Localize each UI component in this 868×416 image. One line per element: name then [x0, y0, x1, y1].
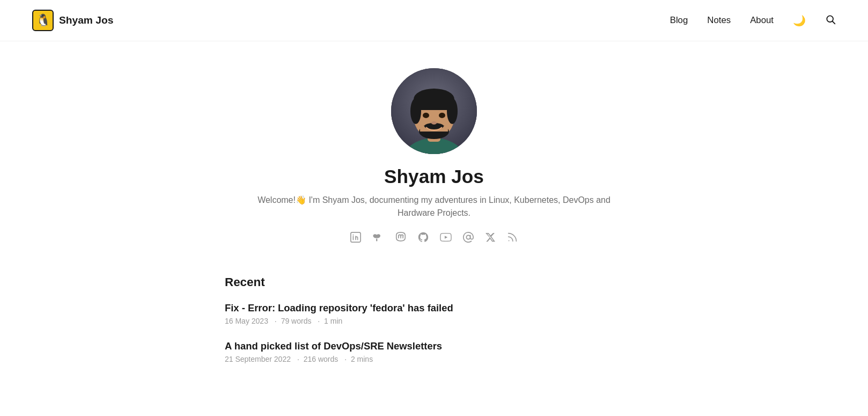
separator: · [318, 317, 322, 325]
rss-icon[interactable] [506, 231, 518, 243]
site-header: 🐧 Shyam Jos Blog Notes About 🌙 [0, 0, 868, 41]
post-read-time: 2 mins [351, 355, 373, 363]
post-list: Fix - Error: Loading repository 'fedora'… [225, 302, 643, 363]
svg-line-1 [833, 21, 835, 24]
email-icon[interactable] [462, 231, 474, 243]
svg-point-11 [423, 113, 429, 118]
post-item: A hand picked list of DevOps/SRE Newslet… [225, 340, 643, 363]
dark-mode-button[interactable]: 🌙 [793, 14, 806, 27]
github-icon[interactable] [417, 231, 429, 243]
post-title-link[interactable]: A hand picked list of DevOps/SRE Newslet… [225, 340, 643, 352]
main-content: Recent Fix - Error: Loading repository '… [203, 265, 665, 400]
nav-blog[interactable]: Blog [670, 15, 688, 26]
main-nav: Blog Notes About 🌙 [670, 14, 836, 27]
social-icons-row [350, 231, 518, 243]
post-title-link[interactable]: Fix - Error: Loading repository 'fedora'… [225, 302, 643, 314]
post-words: 216 words [304, 355, 339, 363]
post-words: 79 words [281, 317, 312, 325]
post-date: 16 May 2023 [225, 317, 268, 325]
svg-marker-18 [445, 236, 447, 239]
profile-bio: Welcome!👋 I'm Shyam Jos, documenting my … [246, 194, 622, 220]
avatar [391, 68, 477, 154]
hero-section: Shyam Jos Welcome!👋 I'm Shyam Jos, docum… [0, 41, 868, 265]
separator: · [275, 317, 279, 325]
logo-icon: 🐧 [32, 10, 54, 31]
svg-point-12 [439, 113, 445, 118]
post-item: Fix - Error: Loading repository 'fedora'… [225, 302, 643, 325]
recent-section-title: Recent [225, 275, 643, 289]
post-meta: 16 May 2023 · 79 words · 1 min [225, 317, 643, 325]
nav-about[interactable]: About [750, 15, 774, 26]
svg-point-16 [431, 121, 437, 125]
separator: · [344, 355, 349, 363]
post-meta: 21 September 2022 · 216 words · 2 mins [225, 355, 643, 363]
site-logo[interactable]: 🐧 Shyam Jos [32, 10, 113, 31]
post-read-time: 1 min [324, 317, 342, 325]
site-title: Shyam Jos [59, 14, 113, 26]
post-date: 21 September 2022 [225, 355, 291, 363]
youtube-icon[interactable] [440, 231, 452, 243]
linkedin-icon[interactable] [350, 231, 362, 243]
dark-mode-icon: 🌙 [793, 14, 806, 27]
bluesky-icon[interactable] [372, 231, 384, 243]
svg-rect-10 [416, 98, 452, 110]
svg-point-19 [466, 235, 470, 239]
profile-name: Shyam Jos [384, 166, 484, 187]
svg-point-20 [509, 240, 510, 242]
separator: · [297, 355, 301, 363]
search-icon [825, 14, 836, 27]
mastodon-icon[interactable] [395, 231, 407, 243]
search-button[interactable] [825, 14, 836, 27]
nav-notes[interactable]: Notes [707, 15, 731, 26]
twitter-x-icon[interactable] [485, 232, 496, 243]
